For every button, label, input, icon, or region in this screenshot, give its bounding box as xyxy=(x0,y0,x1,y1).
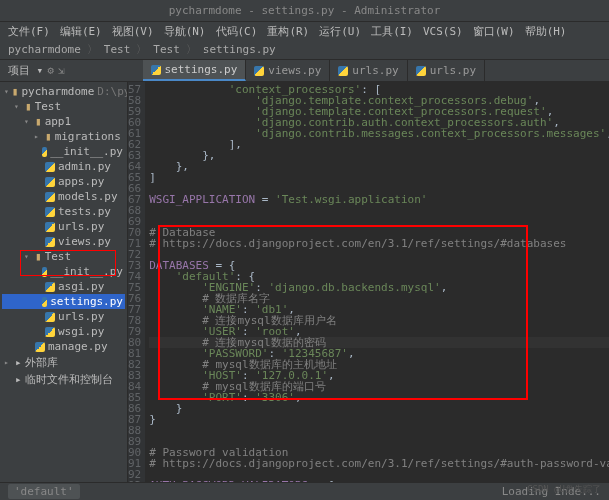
menu-item[interactable]: 窗口(W) xyxy=(469,24,519,39)
tree-label: Test xyxy=(35,100,62,113)
editor-tab[interactable]: settings.py xyxy=(143,60,247,81)
folder-icon: ▮ xyxy=(35,250,42,263)
editor-tab[interactable]: urls.py xyxy=(408,60,485,81)
menu-item[interactable]: VCS(S) xyxy=(419,25,467,38)
python-file-icon xyxy=(45,192,55,202)
python-file-icon xyxy=(45,177,55,187)
tree-item[interactable]: tests.py xyxy=(2,204,125,219)
tree-item[interactable]: ▸▸外部库 xyxy=(2,354,125,371)
tree-item[interactable]: models.py xyxy=(2,189,125,204)
code-line[interactable] xyxy=(149,205,609,216)
tree-item[interactable]: __init__.py xyxy=(2,144,125,159)
python-file-icon xyxy=(151,65,161,75)
code-editor[interactable]: 5758596061626364656667686970717273747576… xyxy=(128,82,609,500)
menu-item[interactable]: 帮助(H) xyxy=(521,24,571,39)
tree-item[interactable]: asgi.py xyxy=(2,279,125,294)
tree-label: app1 xyxy=(45,115,72,128)
code-area[interactable]: 'context_processors': [ 'django.template… xyxy=(145,82,609,500)
code-line[interactable]: 'PORT': '3306', xyxy=(149,392,609,403)
code-line[interactable]: ], xyxy=(149,139,609,150)
tree-item[interactable]: views.py xyxy=(2,234,125,249)
menu-item[interactable]: 编辑(E) xyxy=(56,24,106,39)
lib-icon: ▸ xyxy=(15,356,22,369)
tree-label: pycharmdome xyxy=(21,85,94,98)
tree-item[interactable]: ▾▮Test xyxy=(2,249,125,264)
project-tool-label[interactable]: 项目 ▾ ⚙ ⇲ xyxy=(0,63,73,78)
expand-arrow-icon[interactable]: ▾ xyxy=(24,117,32,126)
editor-tab[interactable]: urls.py xyxy=(330,60,407,81)
tree-item[interactable]: ▸临时文件和控制台 xyxy=(2,371,125,388)
python-file-icon xyxy=(45,207,55,217)
tree-label: wsgi.py xyxy=(58,325,104,338)
menu-item[interactable]: 视图(V) xyxy=(108,24,158,39)
python-file-icon xyxy=(45,222,55,232)
python-file-icon xyxy=(45,312,55,322)
python-file-icon xyxy=(45,237,55,247)
expand-arrow-icon[interactable]: ▸ xyxy=(4,358,12,367)
tree-item[interactable]: urls.py xyxy=(2,219,125,234)
code-line[interactable]: } xyxy=(149,403,609,414)
tree-label: views.py xyxy=(58,235,111,248)
tree-label: apps.py xyxy=(58,175,104,188)
code-line[interactable] xyxy=(149,216,609,227)
code-line[interactable] xyxy=(149,425,609,436)
menu-item[interactable]: 重构(R) xyxy=(263,24,313,39)
title-bar: pycharmdome - settings.py - Administrato… xyxy=(0,0,609,22)
code-line[interactable]: } xyxy=(149,414,609,425)
tree-item[interactable]: __init__.py xyxy=(2,264,125,279)
python-file-icon xyxy=(338,66,348,76)
breadcrumb-item[interactable]: pycharmdome xyxy=(8,43,81,56)
watermark: CSDN @U盘失踪了 xyxy=(527,483,601,496)
code-line[interactable]: }, xyxy=(149,161,609,172)
tree-label: models.py xyxy=(58,190,118,203)
expand-arrow-icon[interactable]: ▾ xyxy=(4,87,9,96)
editor-tab[interactable]: views.py xyxy=(246,60,330,81)
menu-item[interactable]: 代码(C) xyxy=(212,24,262,39)
menu-item[interactable]: 文件(F) xyxy=(4,24,54,39)
tree-label: __init__.py xyxy=(50,145,123,158)
tree-label: settings.py xyxy=(50,295,123,308)
tree-item[interactable]: ▸▮migrations xyxy=(2,129,125,144)
menu-item[interactable]: 运行(U) xyxy=(315,24,365,39)
line-gutter: 5758596061626364656667686970717273747576… xyxy=(128,82,145,500)
tree-item[interactable]: wsgi.py xyxy=(2,324,125,339)
python-file-icon xyxy=(45,162,55,172)
folder-icon: ▮ xyxy=(12,85,19,98)
toolbar: 项目 ▾ ⚙ ⇲ settings.pyviews.pyurls.pyurls.… xyxy=(0,60,609,82)
code-line[interactable]: # https://docs.djangoproject.com/en/3.1/… xyxy=(149,458,609,469)
tree-item[interactable]: manage.py xyxy=(2,339,125,354)
tree-item[interactable]: ▾▮pycharmdome D:\pycharmdome xyxy=(2,84,125,99)
tree-item[interactable]: ▾▮app1 xyxy=(2,114,125,129)
lib-icon: ▸ xyxy=(15,373,22,386)
tree-item[interactable]: apps.py xyxy=(2,174,125,189)
tree-item[interactable]: urls.py xyxy=(2,309,125,324)
python-file-icon xyxy=(45,327,55,337)
breadcrumb-item[interactable]: settings.py xyxy=(203,43,276,56)
python-file-icon xyxy=(45,282,55,292)
tree-item[interactable]: settings.py xyxy=(2,294,125,309)
python-file-icon xyxy=(42,297,48,307)
tree-item[interactable]: ▾▮Test xyxy=(2,99,125,114)
menu-bar: 文件(F)编辑(E)视图(V)导航(N)代码(C)重构(R)运行(U)工具(I)… xyxy=(0,22,609,40)
breadcrumb-item[interactable]: Test xyxy=(104,43,131,56)
code-line[interactable]: # https://docs.djangoproject.com/en/3.1/… xyxy=(149,238,609,249)
tree-item[interactable]: admin.py xyxy=(2,159,125,174)
code-line[interactable]: ] xyxy=(149,172,609,183)
code-line[interactable]: WSGI_APPLICATION = 'Test.wsgi.applicatio… xyxy=(149,194,609,205)
status-crumb: 'default' xyxy=(8,484,80,499)
status-bar: 'default' Loading Inde... xyxy=(0,482,609,500)
tree-label: urls.py xyxy=(58,220,104,233)
expand-arrow-icon[interactable]: ▾ xyxy=(24,252,32,261)
menu-item[interactable]: 导航(N) xyxy=(160,24,210,39)
expand-arrow-icon[interactable]: ▸ xyxy=(34,132,42,141)
window-title: pycharmdome - settings.py - Administrato… xyxy=(169,4,441,17)
code-line[interactable]: }, xyxy=(149,150,609,161)
collapse-icon[interactable]: ⇲ xyxy=(58,64,65,77)
gear-icon[interactable]: ⚙ xyxy=(47,64,54,77)
tree-label: __init__.py xyxy=(50,265,123,278)
project-tree[interactable]: ▾▮pycharmdome D:\pycharmdome▾▮Test▾▮app1… xyxy=(0,82,128,500)
menu-item[interactable]: 工具(I) xyxy=(367,24,417,39)
expand-arrow-icon[interactable]: ▾ xyxy=(14,102,22,111)
breadcrumb-item[interactable]: Test xyxy=(153,43,180,56)
python-file-icon xyxy=(416,66,426,76)
